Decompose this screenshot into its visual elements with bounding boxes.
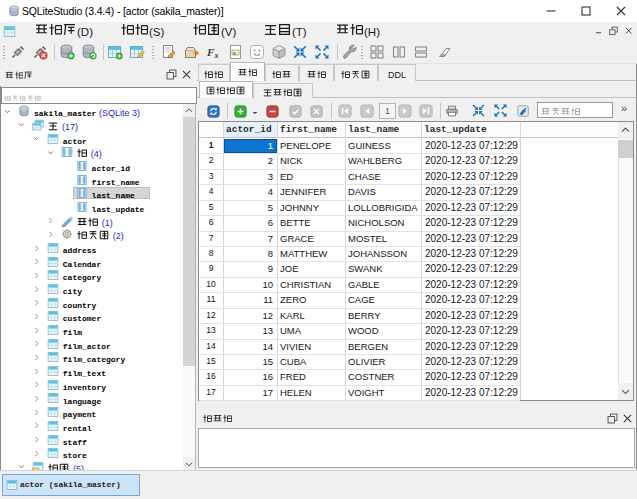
svg-text:x: x	[214, 51, 219, 60]
svg-text:a: a	[233, 50, 237, 57]
